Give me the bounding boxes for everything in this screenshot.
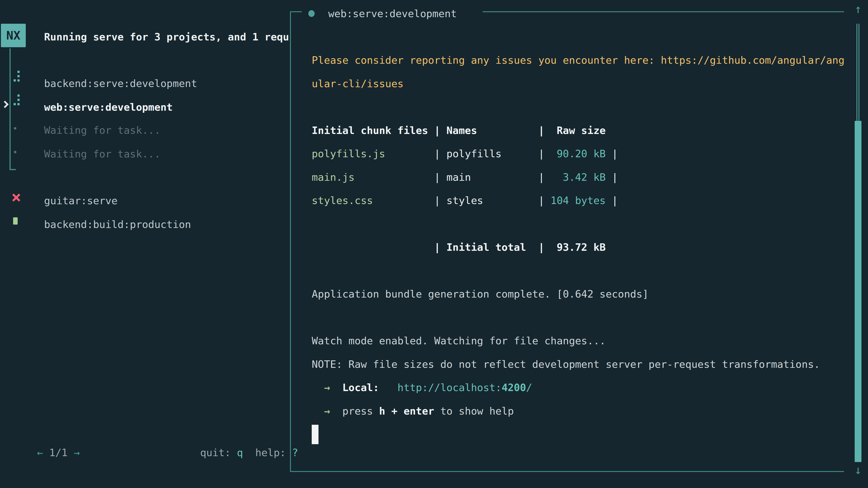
text-segment: main [446, 171, 538, 183]
sidebar-title: Running serve for 3 projects, and 1 requ [44, 31, 289, 43]
localhost-link[interactable]: http://localhost: [397, 382, 502, 394]
chunk-table-total: | Initial total | 93.72 kB [312, 236, 844, 259]
text-segment: → [324, 382, 330, 394]
text-segment: polyfills [446, 148, 538, 160]
spacer [243, 447, 255, 459]
text-segment: | Initial total | 93.72 kB [312, 241, 606, 253]
spinner-icon [13, 71, 21, 82]
text-segment: Watch mode enabled. Watching for file ch… [312, 335, 606, 347]
text-segment: | [606, 195, 618, 206]
text-segment: to show help [434, 405, 514, 417]
page-indicator [43, 447, 49, 459]
text-segment: | [538, 171, 544, 183]
text-segment: Please consider reporting any issues you… [312, 54, 844, 66]
note-line: NOTE: Raw file sizes do not reflect deve… [312, 353, 844, 376]
help-key[interactable]: ? [292, 447, 298, 459]
shortcut-hints: quit: q help: ? [176, 435, 298, 470]
text-segment: press [342, 405, 379, 417]
chunk-table-header: Initial chunk files | Names | Raw size [312, 119, 844, 142]
text-segment: main.js [312, 171, 434, 183]
terminal-cursor [312, 425, 318, 444]
text-segment [312, 382, 324, 394]
task-tree-corner [9, 169, 16, 170]
nx-logo: NX [1, 24, 26, 47]
text-segment: | [434, 195, 446, 206]
bundle-complete-line: Application bundle generation complete. … [312, 283, 844, 306]
text-segment: | [538, 148, 544, 160]
text-segment: | [434, 171, 446, 183]
task-label: backend:serve:development [44, 77, 197, 90]
task-row-backend-build-production[interactable]: backend:build:production [0, 213, 290, 236]
task-row-web-serve-development[interactable]: web:serve:development [0, 95, 290, 119]
panel-title: web:serve:development [328, 8, 457, 20]
task-row-waiting-for-task-[interactable]: Waiting for task... [0, 119, 290, 142]
task-label: Waiting for task... [44, 124, 160, 136]
quit-key[interactable]: q [237, 447, 243, 459]
task-label: web:serve:development [44, 101, 173, 113]
terminal-output: Please consider reporting any issues you… [312, 48, 844, 446]
blank-line [312, 259, 844, 283]
text-segment: | [434, 148, 446, 160]
spacer [68, 447, 74, 459]
task-label: Waiting for task... [44, 148, 160, 160]
text-segment: → [324, 405, 330, 417]
text-segment: | [606, 171, 618, 183]
scroll-down-icon[interactable]: ↓ [852, 463, 864, 477]
spacer [231, 447, 237, 459]
text-segment [330, 405, 342, 417]
localhost-link[interactable]: 4200 [502, 382, 526, 394]
panel-border-bottom [290, 471, 844, 472]
text-segment: styles [446, 195, 538, 206]
failed-cross-icon [12, 193, 21, 202]
task-list-panel: NX Running serve for 3 projects, and 1 r… [0, 0, 290, 488]
blank-line [312, 213, 844, 236]
panel-border-top [290, 11, 302, 12]
task-label: backend:build:production [44, 219, 191, 230]
text-segment: 3.42 kB [545, 171, 606, 183]
spinner-icon [13, 94, 21, 106]
watch-mode-line: Watch mode enabled. Watching for file ch… [312, 329, 844, 353]
page-label: 1/1 [49, 447, 68, 459]
text-segment: 90.20 kB [545, 148, 606, 160]
chunk-table-row: styles.css | styles | 104 bytes | [312, 189, 844, 213]
text-segment: styles.css [312, 195, 434, 206]
text-segment: Initial chunk files | Names | Raw size [312, 125, 606, 136]
notice-line: ular-cli/issues [312, 72, 844, 96]
text-segment [312, 405, 324, 417]
notice-line: Please consider reporting any issues you… [312, 48, 844, 72]
text-segment: 104 bytes [545, 195, 606, 206]
blank-line [312, 95, 844, 119]
task-label: guitar:serve [44, 195, 118, 207]
panel-title-rule [483, 11, 844, 12]
pagination: ← 1/1 → [12, 435, 80, 470]
text-segment: ular-cli/issues [312, 78, 403, 90]
text-segment [330, 382, 342, 394]
blank-line [312, 306, 844, 329]
text-segment: Application bundle generation complete. … [312, 288, 649, 300]
success-square-icon [13, 217, 18, 225]
text-segment: polyfills.js [312, 148, 434, 160]
localhost-link[interactable]: / [526, 382, 532, 394]
page-next-icon[interactable]: → [74, 447, 80, 459]
task-row-backend-serve-development[interactable]: backend:serve:development [0, 72, 290, 95]
scrollbar-thumb[interactable] [855, 121, 862, 462]
waiting-dot-icon [14, 127, 16, 129]
cursor-line [312, 423, 844, 446]
help-label: help: [255, 447, 286, 459]
text-segment: h + enter [379, 405, 434, 417]
chunk-table-row: polyfills.js | polyfills | 90.20 kB | [312, 142, 844, 166]
help-hint-line: → press h + enter to show help [312, 399, 844, 423]
spacer [286, 447, 292, 459]
text-segment: | [606, 148, 618, 160]
task-row-waiting-for-task-[interactable]: Waiting for task... [0, 142, 290, 166]
page-prev-icon[interactable]: ← [37, 447, 43, 459]
panel-border-left [290, 11, 291, 472]
waiting-dot-icon [14, 151, 16, 153]
running-status-bullet-icon [308, 10, 315, 17]
scroll-up-icon[interactable]: ↑ [852, 2, 864, 16]
quit-label: quit: [200, 447, 230, 459]
task-row-guitar-serve[interactable]: guitar:serve [0, 189, 290, 213]
text-segment: Local: [342, 382, 379, 394]
text-segment: NOTE: Raw file sizes do not reflect deve… [312, 358, 820, 370]
text-segment [379, 382, 397, 394]
